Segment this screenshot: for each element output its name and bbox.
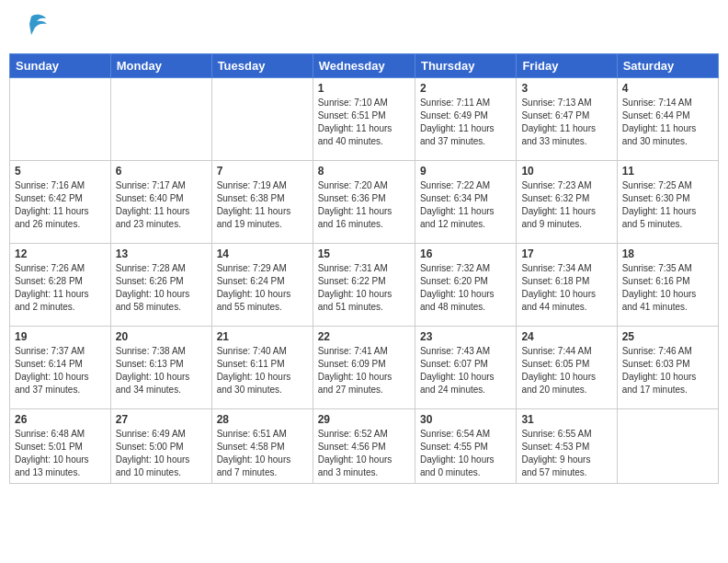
- day-info: Sunrise: 7:31 AM Sunset: 6:22 PM Dayligh…: [318, 262, 410, 314]
- day-number: 18: [622, 247, 713, 260]
- day-number: 15: [318, 247, 410, 260]
- day-number: 20: [116, 330, 207, 343]
- weekday-header: Monday: [110, 54, 211, 78]
- calendar-cell: 1Sunrise: 7:10 AM Sunset: 6:51 PM Daylig…: [313, 78, 415, 161]
- calendar-cell: 14Sunrise: 7:29 AM Sunset: 6:24 PM Dayli…: [211, 244, 313, 327]
- day-info: Sunrise: 6:55 AM Sunset: 4:53 PM Dayligh…: [521, 428, 611, 479]
- logo-icon: [13, 9, 50, 46]
- day-info: Sunrise: 7:41 AM Sunset: 6:09 PM Dayligh…: [318, 345, 410, 396]
- weekday-header: Sunday: [10, 54, 111, 78]
- day-number: 29: [318, 413, 410, 426]
- calendar-cell: 28Sunrise: 6:51 AM Sunset: 4:58 PM Dayli…: [211, 409, 313, 484]
- day-info: Sunrise: 7:46 AM Sunset: 6:03 PM Dayligh…: [622, 345, 713, 396]
- calendar-cell: 19Sunrise: 7:37 AM Sunset: 6:14 PM Dayli…: [10, 327, 111, 409]
- day-info: Sunrise: 6:48 AM Sunset: 5:01 PM Dayligh…: [15, 428, 106, 479]
- day-number: 8: [318, 165, 410, 178]
- calendar-week-row: 1Sunrise: 7:10 AM Sunset: 6:51 PM Daylig…: [10, 78, 719, 161]
- calendar-week-row: 19Sunrise: 7:37 AM Sunset: 6:14 PM Dayli…: [10, 327, 719, 409]
- day-info: Sunrise: 7:20 AM Sunset: 6:36 PM Dayligh…: [318, 179, 410, 231]
- day-number: 30: [420, 413, 511, 426]
- day-number: 12: [15, 247, 106, 260]
- day-info: Sunrise: 7:38 AM Sunset: 6:13 PM Dayligh…: [116, 345, 207, 396]
- calendar-cell: 9Sunrise: 7:22 AM Sunset: 6:34 PM Daylig…: [415, 161, 516, 244]
- calendar-table: SundayMondayTuesdayWednesdayThursdayFrid…: [9, 53, 719, 484]
- day-info: Sunrise: 7:43 AM Sunset: 6:07 PM Dayligh…: [420, 345, 511, 396]
- calendar-week-row: 26Sunrise: 6:48 AM Sunset: 5:01 PM Dayli…: [10, 409, 719, 484]
- day-info: Sunrise: 6:51 AM Sunset: 4:58 PM Dayligh…: [217, 428, 308, 479]
- calendar-cell: 8Sunrise: 7:20 AM Sunset: 6:36 PM Daylig…: [313, 161, 415, 244]
- day-number: 3: [521, 82, 611, 95]
- calendar-cell: 12Sunrise: 7:26 AM Sunset: 6:28 PM Dayli…: [10, 244, 111, 327]
- calendar-cell: 2Sunrise: 7:11 AM Sunset: 6:49 PM Daylig…: [415, 78, 516, 161]
- calendar-cell: 18Sunrise: 7:35 AM Sunset: 6:16 PM Dayli…: [617, 244, 718, 327]
- calendar-cell: 23Sunrise: 7:43 AM Sunset: 6:07 PM Dayli…: [415, 327, 516, 409]
- calendar-cell: 13Sunrise: 7:28 AM Sunset: 6:26 PM Dayli…: [110, 244, 211, 327]
- day-number: 1: [318, 82, 410, 95]
- day-number: 13: [116, 247, 207, 260]
- day-number: 6: [116, 165, 207, 178]
- day-info: Sunrise: 7:44 AM Sunset: 6:05 PM Dayligh…: [521, 345, 611, 396]
- day-info: Sunrise: 7:29 AM Sunset: 6:24 PM Dayligh…: [217, 262, 308, 314]
- weekday-header: Saturday: [617, 54, 718, 78]
- day-info: Sunrise: 7:16 AM Sunset: 6:42 PM Dayligh…: [15, 179, 106, 231]
- day-number: 9: [420, 165, 511, 178]
- weekday-header: Thursday: [415, 54, 516, 78]
- day-number: 21: [217, 330, 308, 343]
- day-number: 14: [217, 247, 308, 260]
- day-info: Sunrise: 7:14 AM Sunset: 6:44 PM Dayligh…: [622, 97, 713, 148]
- calendar-cell: 20Sunrise: 7:38 AM Sunset: 6:13 PM Dayli…: [110, 327, 211, 409]
- day-number: 28: [217, 413, 308, 426]
- day-info: Sunrise: 7:17 AM Sunset: 6:40 PM Dayligh…: [116, 179, 207, 231]
- calendar-cell: 7Sunrise: 7:19 AM Sunset: 6:38 PM Daylig…: [211, 161, 313, 244]
- calendar-cell: [211, 78, 313, 161]
- day-info: Sunrise: 7:10 AM Sunset: 6:51 PM Dayligh…: [318, 97, 410, 148]
- day-number: 5: [15, 165, 106, 178]
- calendar-cell: 15Sunrise: 7:31 AM Sunset: 6:22 PM Dayli…: [313, 244, 415, 327]
- weekday-header: Wednesday: [313, 54, 415, 78]
- weekday-header: Friday: [517, 54, 617, 78]
- day-info: Sunrise: 6:49 AM Sunset: 5:00 PM Dayligh…: [116, 428, 207, 479]
- calendar-cell: 31Sunrise: 6:55 AM Sunset: 4:53 PM Dayli…: [517, 409, 617, 484]
- logo: [13, 9, 53, 46]
- calendar-cell: 3Sunrise: 7:13 AM Sunset: 6:47 PM Daylig…: [517, 78, 617, 161]
- day-number: 26: [15, 413, 106, 426]
- day-info: Sunrise: 6:54 AM Sunset: 4:55 PM Dayligh…: [420, 428, 511, 479]
- day-info: Sunrise: 7:32 AM Sunset: 6:20 PM Dayligh…: [420, 262, 511, 314]
- day-number: 10: [521, 165, 611, 178]
- day-number: 7: [217, 165, 308, 178]
- calendar-cell: [110, 78, 211, 161]
- day-info: Sunrise: 7:34 AM Sunset: 6:18 PM Dayligh…: [521, 262, 611, 314]
- calendar-cell: 26Sunrise: 6:48 AM Sunset: 5:01 PM Dayli…: [10, 409, 111, 484]
- calendar-cell: 11Sunrise: 7:25 AM Sunset: 6:30 PM Dayli…: [617, 161, 718, 244]
- calendar-cell: 16Sunrise: 7:32 AM Sunset: 6:20 PM Dayli…: [415, 244, 516, 327]
- page-header: [9, 9, 719, 46]
- day-number: 22: [318, 330, 410, 343]
- calendar-cell: 30Sunrise: 6:54 AM Sunset: 4:55 PM Dayli…: [415, 409, 516, 484]
- day-info: Sunrise: 7:19 AM Sunset: 6:38 PM Dayligh…: [217, 179, 308, 231]
- day-info: Sunrise: 7:26 AM Sunset: 6:28 PM Dayligh…: [15, 262, 106, 314]
- calendar-cell: 10Sunrise: 7:23 AM Sunset: 6:32 PM Dayli…: [517, 161, 617, 244]
- day-number: 2: [420, 82, 511, 95]
- calendar-cell: 6Sunrise: 7:17 AM Sunset: 6:40 PM Daylig…: [110, 161, 211, 244]
- day-info: Sunrise: 7:28 AM Sunset: 6:26 PM Dayligh…: [116, 262, 207, 314]
- calendar-cell: [617, 409, 718, 484]
- weekday-header: Tuesday: [211, 54, 313, 78]
- day-number: 25: [622, 330, 713, 343]
- day-info: Sunrise: 7:13 AM Sunset: 6:47 PM Dayligh…: [521, 97, 611, 148]
- day-info: Sunrise: 7:40 AM Sunset: 6:11 PM Dayligh…: [217, 345, 308, 396]
- calendar-cell: 21Sunrise: 7:40 AM Sunset: 6:11 PM Dayli…: [211, 327, 313, 409]
- day-number: 19: [15, 330, 106, 343]
- calendar-cell: 22Sunrise: 7:41 AM Sunset: 6:09 PM Dayli…: [313, 327, 415, 409]
- day-number: 4: [622, 82, 713, 95]
- calendar-week-row: 12Sunrise: 7:26 AM Sunset: 6:28 PM Dayli…: [10, 244, 719, 327]
- day-number: 31: [521, 413, 611, 426]
- calendar-cell: 4Sunrise: 7:14 AM Sunset: 6:44 PM Daylig…: [617, 78, 718, 161]
- day-number: 16: [420, 247, 511, 260]
- calendar-cell: 17Sunrise: 7:34 AM Sunset: 6:18 PM Dayli…: [517, 244, 617, 327]
- day-number: 17: [521, 247, 611, 260]
- calendar-header-row: SundayMondayTuesdayWednesdayThursdayFrid…: [10, 54, 719, 78]
- day-info: Sunrise: 7:22 AM Sunset: 6:34 PM Dayligh…: [420, 179, 511, 231]
- day-info: Sunrise: 7:35 AM Sunset: 6:16 PM Dayligh…: [622, 262, 713, 314]
- calendar-cell: 5Sunrise: 7:16 AM Sunset: 6:42 PM Daylig…: [10, 161, 111, 244]
- calendar-cell: 25Sunrise: 7:46 AM Sunset: 6:03 PM Dayli…: [617, 327, 718, 409]
